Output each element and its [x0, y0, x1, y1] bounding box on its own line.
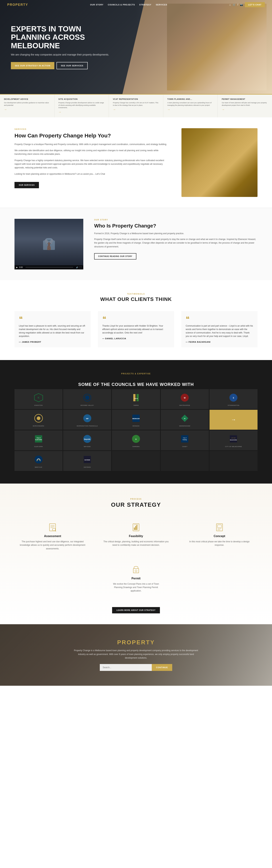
services-button[interactable]: SEE OUR SERVICES	[56, 62, 88, 69]
council-dayenin[interactable]: DAYENIN DAYENIN	[63, 451, 111, 471]
council-name-yarra: YARRA	[133, 405, 139, 406]
service-item-town[interactable]: TOWN PLANNING AND... A town planning con…	[163, 95, 218, 117]
instagram-icon[interactable]: 📷	[240, 3, 243, 6]
council-casey[interactable]: City of Casey CASEY	[161, 430, 209, 450]
glen-eira-icon: City of GLEN EIRA	[34, 434, 43, 443]
council-manningham[interactable]: M MANNINGHAM	[161, 410, 209, 430]
cart-icon[interactable]: 🛒	[233, 3, 236, 6]
council-name-moonee: MOONEE VALLEY	[81, 405, 94, 406]
who-video[interactable]: 👔 ▶ 0:00 🔊 ⛶	[15, 219, 83, 270]
permit-svg	[132, 565, 140, 574]
video-fullscreen[interactable]: ⛶	[80, 267, 81, 268]
council-logo-moonee	[82, 392, 93, 403]
council-whitehorse[interactable]: W WHITEHORSE	[161, 389, 209, 409]
council-boroondara[interactable]: BOROONDARA	[15, 410, 62, 430]
strategy-assessment: Assessment The purchase highest and best…	[15, 519, 91, 554]
svg-text:Bayside: Bayside	[84, 438, 90, 440]
help-para-1: Property Change is a boutique Planning a…	[15, 143, 170, 146]
nav-services[interactable]: SERVICES	[156, 4, 167, 6]
council-name-glen-eira: GLEN EIRA	[34, 446, 43, 447]
assessment-svg	[48, 523, 57, 532]
arrow-icon: →	[4, 108, 50, 111]
mornington-icon: MP	[83, 414, 92, 423]
continue-button[interactable]: CONTINUE READING OUR STORY	[94, 253, 136, 259]
strategy-title: OUR STRATEGY	[15, 501, 257, 508]
council-logo-glen-eira: City of GLEN EIRA	[33, 433, 44, 444]
nav-councils[interactable]: COUNCILS & PROJECTS	[108, 4, 135, 6]
whitehorse-icon: W	[180, 393, 189, 402]
strategy-grid: Assessment The purchase highest and best…	[15, 519, 257, 554]
strategy-learn-button[interactable]: LEARN MORE ABOUT OUR STRATEGY	[112, 607, 160, 613]
assessment-text: The purchase highest and best use due di…	[18, 540, 87, 551]
testimonials-grid: ❝ Lloyd has been a pleasure to work with…	[15, 311, 257, 347]
footer-continue-button[interactable]: CONTINUE	[152, 664, 172, 671]
play-icon[interactable]: ▶	[16, 267, 18, 268]
council-melbourne[interactable]: CITY OF MELBOURNE CITY OF MELBOURNE	[210, 430, 257, 450]
council-logo-bayside: Bayside	[82, 433, 93, 444]
hero-building-image	[167, 4, 267, 90]
chat-button[interactable]: LET'S CHAT	[245, 2, 265, 7]
council-mornington[interactable]: MP MORNINGTION PENINSULA	[63, 410, 111, 430]
council-banyule[interactable]: BANYULE	[15, 451, 62, 471]
council-darebin[interactable]: D DAREBIN	[112, 430, 160, 450]
strategy-button[interactable]: SEE OUR STRATEGY IN ACTION	[11, 62, 54, 69]
svg-text:W: W	[184, 397, 186, 399]
darebin-icon: D	[132, 434, 140, 443]
testimonial-author-3: — FEDRA BAZARGANI	[186, 341, 253, 343]
testimonial-author-1: — JAMES PROBERT	[19, 341, 86, 343]
feasibility-text: The critical design, planning, building …	[102, 540, 170, 547]
nav-strategy[interactable]: STRATEGY	[139, 4, 152, 6]
main-nav: OUR STORY COUNCILS & PROJECTS STRATEGY S…	[90, 4, 167, 6]
council-name-melbourne: CITY OF MELBOURNE	[225, 446, 242, 447]
council-bayside[interactable]: Bayside BAYSIDE	[63, 430, 111, 450]
council-arrow[interactable]: →	[210, 410, 257, 430]
home-icon[interactable]: ⌂	[229, 3, 231, 6]
nav-our-story[interactable]: OUR STORY	[90, 4, 104, 6]
concept-text: In this most critical phase we take the …	[185, 540, 254, 547]
video-controls: ▶ 0:00 🔊 ⛶	[15, 265, 83, 270]
strategy-btn-wrap: LEARN MORE ABOUT OUR STRATEGY	[15, 603, 257, 613]
help-para-4: Looking for town planning advice or oppo…	[15, 172, 170, 176]
logo[interactable]: PROPERTY	[7, 3, 28, 7]
arrow-icon: →	[58, 111, 105, 114]
help-para-3: Property Change has a highly competent s…	[15, 159, 170, 169]
feasibility-icon	[102, 523, 170, 532]
testimonial-3: ❝ Communication is part art and part sci…	[181, 311, 257, 347]
council-empty-1	[112, 451, 160, 471]
service-item-site[interactable]: SITE ACQUISITION Property Change provide…	[55, 95, 109, 117]
yarra-icon: Yarra	[132, 393, 140, 402]
moonee-icon	[83, 393, 92, 402]
svg-rect-46	[217, 525, 221, 528]
svg-point-38	[53, 528, 55, 531]
council-logo-boroondara	[33, 413, 44, 424]
facebook-icon[interactable]: f	[238, 3, 238, 6]
our-services-button[interactable]: OUR SERVICES	[15, 182, 39, 188]
svg-rect-41	[134, 528, 135, 530]
council-glen-eira[interactable]: City of GLEN EIRA GLEN EIRA	[15, 430, 62, 450]
council-moonee[interactable]: MOONEE VALLEY	[63, 389, 111, 409]
help-para-2: We undertake site identification and due…	[15, 149, 170, 156]
help-content: SERVICES How Can Property Change Help Yo…	[15, 128, 170, 188]
assessment-icon	[18, 523, 87, 532]
council-yarra[interactable]: Yarra YARRA	[112, 389, 160, 409]
council-kingston[interactable]: K KINGSTON	[15, 389, 62, 409]
svg-text:MONASH: MONASH	[132, 418, 140, 420]
testimonial-text-3: Communication is part art and part scien…	[186, 324, 253, 338]
footer-hero-content: PROPERTY Property Change is a Melbourne …	[58, 639, 214, 671]
who-para-1: Formed in 2016, Property Change is a Mel…	[94, 231, 257, 235]
boroondara-icon	[34, 414, 43, 423]
svg-text:MP: MP	[86, 418, 88, 420]
video-progress[interactable]	[26, 267, 73, 268]
service-item-permit[interactable]: PERMIT MANAGEMENT Our team of town plann…	[218, 95, 272, 117]
councils-sublabel: PROJECTS & EXPERTISE	[15, 373, 257, 375]
service-item-vcat[interactable]: VCAT REPRESENTATION Property Change has …	[109, 95, 163, 117]
dayenin-icon: DAYENIN	[83, 455, 92, 464]
footer-search-input[interactable]	[100, 664, 152, 671]
council-monash[interactable]: MONASH MONASH	[112, 410, 160, 430]
video-volume[interactable]: 🔊	[76, 267, 78, 268]
banyule-icon	[34, 455, 43, 464]
service-item-dev[interactable]: DEVELOPMENT ADVICE Our development advic…	[0, 95, 55, 117]
council-name-kingston: KINGSTON	[34, 405, 43, 406]
hero-content: EXPERTS IN TOWN PLANNING ACROSS MELBOURN…	[11, 25, 119, 69]
council-stonnington[interactable]: S STONNINGTON	[210, 389, 257, 409]
